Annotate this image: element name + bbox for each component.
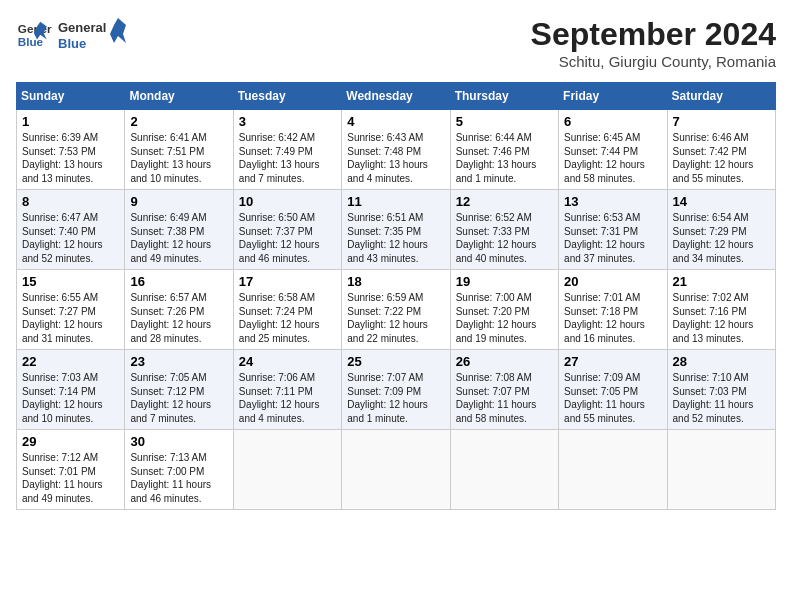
day-number: 19	[456, 274, 553, 289]
day-number: 28	[673, 354, 770, 369]
day-number: 18	[347, 274, 444, 289]
svg-marker-5	[110, 18, 126, 43]
day-info: Sunrise: 6:58 AMSunset: 7:24 PMDaylight:…	[239, 291, 336, 345]
day-number: 1	[22, 114, 119, 129]
day-number: 26	[456, 354, 553, 369]
svg-text:General: General	[58, 20, 106, 35]
day-number: 21	[673, 274, 770, 289]
logo-icon: General Blue	[16, 17, 52, 53]
day-info: Sunrise: 6:49 AMSunset: 7:38 PMDaylight:…	[130, 211, 227, 265]
calendar-cell: 17Sunrise: 6:58 AMSunset: 7:24 PMDayligh…	[233, 270, 341, 350]
calendar-week-row: 8Sunrise: 6:47 AMSunset: 7:40 PMDaylight…	[17, 190, 776, 270]
calendar-cell: 10Sunrise: 6:50 AMSunset: 7:37 PMDayligh…	[233, 190, 341, 270]
day-info: Sunrise: 7:03 AMSunset: 7:14 PMDaylight:…	[22, 371, 119, 425]
day-number: 13	[564, 194, 661, 209]
calendar-cell: 29Sunrise: 7:12 AMSunset: 7:01 PMDayligh…	[17, 430, 125, 510]
day-info: Sunrise: 7:12 AMSunset: 7:01 PMDaylight:…	[22, 451, 119, 505]
day-info: Sunrise: 6:59 AMSunset: 7:22 PMDaylight:…	[347, 291, 444, 345]
day-info: Sunrise: 7:01 AMSunset: 7:18 PMDaylight:…	[564, 291, 661, 345]
logo: General Blue General Blue	[16, 16, 128, 54]
day-number: 11	[347, 194, 444, 209]
day-info: Sunrise: 6:54 AMSunset: 7:29 PMDaylight:…	[673, 211, 770, 265]
day-info: Sunrise: 6:44 AMSunset: 7:46 PMDaylight:…	[456, 131, 553, 185]
calendar-cell: 14Sunrise: 6:54 AMSunset: 7:29 PMDayligh…	[667, 190, 775, 270]
header-sunday: Sunday	[17, 83, 125, 110]
day-info: Sunrise: 6:51 AMSunset: 7:35 PMDaylight:…	[347, 211, 444, 265]
day-info: Sunrise: 7:00 AMSunset: 7:20 PMDaylight:…	[456, 291, 553, 345]
day-number: 4	[347, 114, 444, 129]
calendar-cell: 11Sunrise: 6:51 AMSunset: 7:35 PMDayligh…	[342, 190, 450, 270]
calendar-cell: 9Sunrise: 6:49 AMSunset: 7:38 PMDaylight…	[125, 190, 233, 270]
day-info: Sunrise: 7:02 AMSunset: 7:16 PMDaylight:…	[673, 291, 770, 345]
calendar-cell	[667, 430, 775, 510]
day-number: 15	[22, 274, 119, 289]
header-saturday: Saturday	[667, 83, 775, 110]
day-number: 24	[239, 354, 336, 369]
calendar-cell: 23Sunrise: 7:05 AMSunset: 7:12 PMDayligh…	[125, 350, 233, 430]
calendar-table: Sunday Monday Tuesday Wednesday Thursday…	[16, 82, 776, 510]
calendar-cell: 8Sunrise: 6:47 AMSunset: 7:40 PMDaylight…	[17, 190, 125, 270]
day-info: Sunrise: 6:53 AMSunset: 7:31 PMDaylight:…	[564, 211, 661, 265]
day-info: Sunrise: 6:47 AMSunset: 7:40 PMDaylight:…	[22, 211, 119, 265]
day-info: Sunrise: 7:05 AMSunset: 7:12 PMDaylight:…	[130, 371, 227, 425]
day-number: 9	[130, 194, 227, 209]
calendar-cell: 24Sunrise: 7:06 AMSunset: 7:11 PMDayligh…	[233, 350, 341, 430]
calendar-cell: 1Sunrise: 6:39 AMSunset: 7:53 PMDaylight…	[17, 110, 125, 190]
page-header: General Blue General Blue September 2024…	[16, 16, 776, 70]
day-info: Sunrise: 6:50 AMSunset: 7:37 PMDaylight:…	[239, 211, 336, 265]
weekday-header-row: Sunday Monday Tuesday Wednesday Thursday…	[17, 83, 776, 110]
calendar-cell: 12Sunrise: 6:52 AMSunset: 7:33 PMDayligh…	[450, 190, 558, 270]
day-info: Sunrise: 6:52 AMSunset: 7:33 PMDaylight:…	[456, 211, 553, 265]
logo-svg: General Blue	[58, 16, 128, 54]
day-info: Sunrise: 7:08 AMSunset: 7:07 PMDaylight:…	[456, 371, 553, 425]
calendar-week-row: 15Sunrise: 6:55 AMSunset: 7:27 PMDayligh…	[17, 270, 776, 350]
calendar-cell: 25Sunrise: 7:07 AMSunset: 7:09 PMDayligh…	[342, 350, 450, 430]
calendar-week-row: 1Sunrise: 6:39 AMSunset: 7:53 PMDaylight…	[17, 110, 776, 190]
day-info: Sunrise: 6:39 AMSunset: 7:53 PMDaylight:…	[22, 131, 119, 185]
header-wednesday: Wednesday	[342, 83, 450, 110]
calendar-cell: 27Sunrise: 7:09 AMSunset: 7:05 PMDayligh…	[559, 350, 667, 430]
day-info: Sunrise: 6:46 AMSunset: 7:42 PMDaylight:…	[673, 131, 770, 185]
calendar-cell	[233, 430, 341, 510]
day-number: 30	[130, 434, 227, 449]
day-number: 3	[239, 114, 336, 129]
day-number: 23	[130, 354, 227, 369]
header-tuesday: Tuesday	[233, 83, 341, 110]
header-friday: Friday	[559, 83, 667, 110]
calendar-subtitle: Schitu, Giurgiu County, Romania	[531, 53, 776, 70]
day-info: Sunrise: 6:42 AMSunset: 7:49 PMDaylight:…	[239, 131, 336, 185]
day-number: 6	[564, 114, 661, 129]
calendar-cell: 26Sunrise: 7:08 AMSunset: 7:07 PMDayligh…	[450, 350, 558, 430]
day-number: 17	[239, 274, 336, 289]
calendar-cell: 20Sunrise: 7:01 AMSunset: 7:18 PMDayligh…	[559, 270, 667, 350]
day-number: 5	[456, 114, 553, 129]
day-info: Sunrise: 7:07 AMSunset: 7:09 PMDaylight:…	[347, 371, 444, 425]
svg-text:Blue: Blue	[18, 35, 44, 48]
day-number: 12	[456, 194, 553, 209]
calendar-cell: 4Sunrise: 6:43 AMSunset: 7:48 PMDaylight…	[342, 110, 450, 190]
calendar-cell: 7Sunrise: 6:46 AMSunset: 7:42 PMDaylight…	[667, 110, 775, 190]
day-info: Sunrise: 6:43 AMSunset: 7:48 PMDaylight:…	[347, 131, 444, 185]
day-number: 14	[673, 194, 770, 209]
calendar-cell: 22Sunrise: 7:03 AMSunset: 7:14 PMDayligh…	[17, 350, 125, 430]
day-number: 22	[22, 354, 119, 369]
calendar-cell: 15Sunrise: 6:55 AMSunset: 7:27 PMDayligh…	[17, 270, 125, 350]
calendar-cell	[342, 430, 450, 510]
calendar-cell: 16Sunrise: 6:57 AMSunset: 7:26 PMDayligh…	[125, 270, 233, 350]
calendar-cell: 6Sunrise: 6:45 AMSunset: 7:44 PMDaylight…	[559, 110, 667, 190]
calendar-cell: 30Sunrise: 7:13 AMSunset: 7:00 PMDayligh…	[125, 430, 233, 510]
calendar-cell: 5Sunrise: 6:44 AMSunset: 7:46 PMDaylight…	[450, 110, 558, 190]
header-monday: Monday	[125, 83, 233, 110]
calendar-cell: 28Sunrise: 7:10 AMSunset: 7:03 PMDayligh…	[667, 350, 775, 430]
calendar-title: September 2024	[531, 16, 776, 53]
day-info: Sunrise: 6:57 AMSunset: 7:26 PMDaylight:…	[130, 291, 227, 345]
day-number: 8	[22, 194, 119, 209]
day-info: Sunrise: 6:41 AMSunset: 7:51 PMDaylight:…	[130, 131, 227, 185]
day-number: 16	[130, 274, 227, 289]
calendar-cell: 19Sunrise: 7:00 AMSunset: 7:20 PMDayligh…	[450, 270, 558, 350]
day-number: 7	[673, 114, 770, 129]
calendar-cell: 21Sunrise: 7:02 AMSunset: 7:16 PMDayligh…	[667, 270, 775, 350]
day-number: 2	[130, 114, 227, 129]
calendar-week-row: 29Sunrise: 7:12 AMSunset: 7:01 PMDayligh…	[17, 430, 776, 510]
day-info: Sunrise: 7:09 AMSunset: 7:05 PMDaylight:…	[564, 371, 661, 425]
